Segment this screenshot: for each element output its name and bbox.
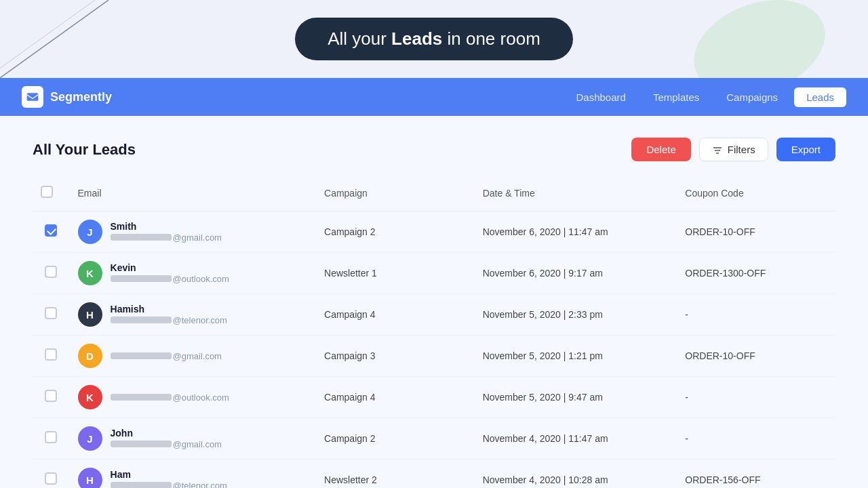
email-domain: @gmail.com <box>173 439 222 449</box>
datetime-cell: November 5, 2020 | 1:21 pm <box>475 336 677 377</box>
campaign-cell: Campaign 4 <box>316 294 475 336</box>
row-checkbox-6[interactable] <box>45 472 57 485</box>
datetime-cell: November 6, 2020 | 11:47 am <box>475 211 677 253</box>
leads-table: Email Campaign Date & Time Coupon Code J… <box>33 180 835 488</box>
datetime-cell: November 5, 2020 | 2:33 pm <box>475 294 677 336</box>
nav-leads[interactable]: Leads <box>794 87 846 107</box>
coupon-cell: ORDER-156-OFF <box>677 460 835 489</box>
email-domain: @gmail.com <box>173 232 222 243</box>
row-checkbox-2[interactable] <box>45 307 57 319</box>
row-checkbox-3[interactable] <box>45 348 57 361</box>
row-checkbox-1[interactable] <box>45 266 57 278</box>
coupon-cell: ORDER-1300-OFF <box>677 253 835 294</box>
nav-campaigns[interactable]: Campaigns <box>715 87 789 107</box>
svg-line-0 <box>0 0 108 78</box>
export-button[interactable]: Export <box>776 138 835 161</box>
table-row: HHam@telenor.comNewsletter 2November 4, … <box>33 460 835 489</box>
table-row: HHamish@telenor.comCampaign 4November 5,… <box>33 294 835 336</box>
email-blur <box>111 352 172 359</box>
coupon-cell: - <box>677 418 835 460</box>
navbar: Segmently Dashboard Templates Campaigns … <box>0 78 868 116</box>
hero-badge: All your Leads in one room <box>295 18 573 60</box>
hero-section: All your Leads in one room <box>0 0 868 78</box>
filters-icon <box>712 144 723 155</box>
lead-name: Smith <box>111 221 222 232</box>
email-domain: @outlook.com <box>173 392 229 403</box>
hero-decor-lines <box>0 0 108 78</box>
row-checkbox-0[interactable] <box>45 224 57 237</box>
nav-links: Dashboard Templates Campaigns Leads <box>565 87 846 107</box>
nav-dashboard[interactable]: Dashboard <box>565 87 636 107</box>
table-row: K@outlook.comCampaign 4November 5, 2020 … <box>33 377 835 418</box>
avatar: K <box>78 385 102 409</box>
row-checkbox-5[interactable] <box>45 431 57 443</box>
coupon-cell: - <box>677 377 835 418</box>
avatar: D <box>78 344 102 368</box>
coupon-cell: ORDER-10-OFF <box>677 211 835 253</box>
email-blur <box>111 234 172 241</box>
header-actions: Delete Filters Export <box>631 138 835 161</box>
avatar: J <box>78 220 102 244</box>
th-datetime: Date & Time <box>475 180 677 211</box>
svg-line-1 <box>0 0 95 78</box>
email-blur <box>111 482 172 488</box>
table-row: JSmith@gmail.comCampaign 2November 6, 20… <box>33 211 835 253</box>
email-domain: @telenor.com <box>173 315 227 325</box>
datetime-cell: November 4, 2020 | 10:28 am <box>475 460 677 489</box>
th-checkbox <box>33 180 70 211</box>
lead-name: John <box>111 428 222 439</box>
hero-blob <box>681 0 838 78</box>
brand-name: Segmently <box>50 90 112 104</box>
page-title: All Your Leads <box>33 141 136 159</box>
email-domain: @telenor.com <box>173 481 227 488</box>
table-row: JJohn@gmail.comCampaign 2November 4, 202… <box>33 418 835 460</box>
main-content: All Your Leads Delete Filters Export Ema… <box>0 116 868 488</box>
avatar: K <box>78 261 102 285</box>
campaign-cell: Campaign 3 <box>316 336 475 377</box>
email-domain: @outlook.com <box>173 274 229 284</box>
coupon-cell: - <box>677 294 835 336</box>
page-header: All Your Leads Delete Filters Export <box>33 138 835 161</box>
table-row: D@gmail.comCampaign 3November 5, 2020 | … <box>33 336 835 377</box>
nav-templates[interactable]: Templates <box>642 87 710 107</box>
datetime-cell: November 5, 2020 | 9:47 am <box>475 377 677 418</box>
email-domain: @gmail.com <box>173 351 222 361</box>
datetime-cell: November 4, 2020 | 11:47 am <box>475 418 677 460</box>
svg-rect-2 <box>27 93 39 101</box>
campaign-cell: Campaign 2 <box>316 418 475 460</box>
avatar: H <box>78 468 102 488</box>
datetime-cell: November 6, 2020 | 9:17 am <box>475 253 677 294</box>
filters-button[interactable]: Filters <box>699 138 768 161</box>
lead-name: Ham <box>111 469 227 481</box>
email-blur <box>111 441 172 447</box>
campaign-cell: Campaign 4 <box>316 377 475 418</box>
email-blur <box>111 275 172 282</box>
lead-name: Kevin <box>111 262 229 274</box>
delete-button[interactable]: Delete <box>631 138 690 161</box>
campaign-cell: Newsletter 1 <box>316 253 475 294</box>
coupon-cell: ORDER-10-OFF <box>677 336 835 377</box>
brand-icon <box>22 86 43 108</box>
avatar: H <box>78 302 102 327</box>
table-row: KKevin@outlook.comNewsletter 1November 6… <box>33 253 835 294</box>
avatar: J <box>78 426 102 451</box>
th-email: Email <box>70 180 317 211</box>
select-all-checkbox[interactable] <box>41 186 53 198</box>
lead-name: Hamish <box>111 304 227 315</box>
brand: Segmently <box>22 86 112 108</box>
th-coupon: Coupon Code <box>677 180 835 211</box>
campaign-cell: Campaign 2 <box>316 211 475 253</box>
th-campaign: Campaign <box>316 180 475 211</box>
row-checkbox-4[interactable] <box>45 390 57 402</box>
campaign-cell: Newsletter 2 <box>316 460 475 489</box>
email-blur <box>111 317 172 323</box>
email-blur <box>111 394 172 401</box>
